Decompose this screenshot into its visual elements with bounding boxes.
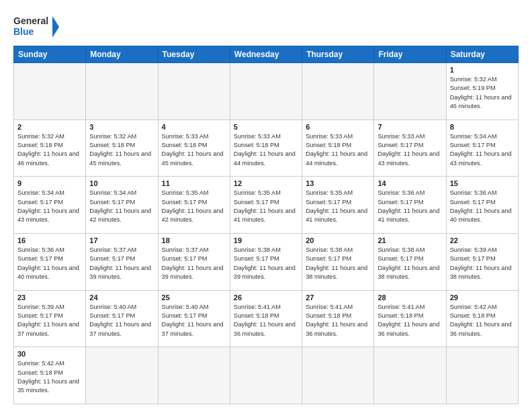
day-info: Sunrise: 5:32 AMSunset: 5:18 PMDaylight:…	[17, 132, 82, 168]
calendar-cell: 6Sunrise: 5:33 AMSunset: 5:18 PMDaylight…	[302, 120, 374, 177]
calendar-cell: 16Sunrise: 5:36 AMSunset: 5:17 PMDayligh…	[14, 233, 86, 290]
day-info: Sunrise: 5:32 AMSunset: 5:19 PMDaylight:…	[450, 75, 515, 111]
day-number: 19	[234, 236, 298, 244]
calendar-cell	[230, 63, 302, 120]
weekday-header-saturday: Saturday	[446, 46, 518, 63]
day-info: Sunrise: 5:38 AMSunset: 5:17 PMDaylight:…	[234, 246, 298, 281]
calendar-cell: 22Sunrise: 5:39 AMSunset: 5:17 PMDayligh…	[446, 233, 518, 290]
day-number: 28	[378, 293, 442, 302]
day-info: Sunrise: 5:33 AMSunset: 5:18 PMDaylight:…	[162, 132, 226, 168]
calendar-cell: 13Sunrise: 5:35 AMSunset: 5:17 PMDayligh…	[302, 177, 374, 234]
calendar-week-row: 16Sunrise: 5:36 AMSunset: 5:17 PMDayligh…	[14, 233, 519, 290]
day-info: Sunrise: 5:32 AMSunset: 5:18 PMDaylight:…	[89, 132, 154, 168]
calendar-cell: 24Sunrise: 5:40 AMSunset: 5:17 PMDayligh…	[86, 290, 158, 347]
day-info: Sunrise: 5:34 AMSunset: 5:17 PMDaylight:…	[450, 132, 515, 168]
header: General Blue	[13, 11, 519, 40]
weekday-header-row: SundayMondayTuesdayWednesdayThursdayFrid…	[14, 46, 519, 63]
day-info: Sunrise: 5:37 AMSunset: 5:17 PMDaylight:…	[89, 246, 154, 281]
calendar-cell: 21Sunrise: 5:38 AMSunset: 5:17 PMDayligh…	[374, 233, 446, 290]
calendar-cell	[302, 63, 374, 120]
day-info: Sunrise: 5:36 AMSunset: 5:17 PMDaylight:…	[17, 246, 82, 281]
calendar-cell: 14Sunrise: 5:36 AMSunset: 5:17 PMDayligh…	[374, 177, 446, 234]
generalblue-logo: General Blue	[13, 13, 60, 40]
calendar-cell	[446, 347, 518, 404]
day-info: Sunrise: 5:39 AMSunset: 5:17 PMDaylight:…	[450, 246, 515, 281]
day-info: Sunrise: 5:36 AMSunset: 5:17 PMDaylight:…	[378, 189, 442, 224]
day-info: Sunrise: 5:40 AMSunset: 5:17 PMDaylight:…	[89, 303, 154, 338]
day-info: Sunrise: 5:33 AMSunset: 5:17 PMDaylight:…	[378, 132, 442, 168]
calendar-week-row: 30Sunrise: 5:42 AMSunset: 5:18 PMDayligh…	[14, 347, 519, 404]
day-number: 15	[450, 179, 515, 187]
calendar-cell	[86, 63, 158, 120]
day-info: Sunrise: 5:33 AMSunset: 5:18 PMDaylight:…	[306, 132, 370, 168]
calendar-cell: 26Sunrise: 5:41 AMSunset: 5:18 PMDayligh…	[230, 290, 302, 347]
calendar-cell: 23Sunrise: 5:39 AMSunset: 5:17 PMDayligh…	[14, 290, 86, 347]
calendar-cell: 3Sunrise: 5:32 AMSunset: 5:18 PMDaylight…	[86, 120, 158, 177]
calendar-cell: 7Sunrise: 5:33 AMSunset: 5:17 PMDaylight…	[374, 120, 446, 177]
calendar-cell: 17Sunrise: 5:37 AMSunset: 5:17 PMDayligh…	[86, 233, 158, 290]
day-number: 7	[378, 123, 442, 131]
calendar-cell: 15Sunrise: 5:36 AMSunset: 5:17 PMDayligh…	[446, 177, 518, 234]
weekday-header-tuesday: Tuesday	[158, 46, 230, 63]
calendar-week-row: 9Sunrise: 5:34 AMSunset: 5:17 PMDaylight…	[14, 177, 519, 234]
day-number: 29	[450, 293, 515, 302]
day-info: Sunrise: 5:35 AMSunset: 5:17 PMDaylight:…	[162, 189, 226, 224]
day-info: Sunrise: 5:42 AMSunset: 5:18 PMDaylight:…	[17, 359, 82, 395]
calendar-cell	[374, 347, 446, 404]
svg-marker-2	[52, 16, 59, 38]
day-info: Sunrise: 5:41 AMSunset: 5:18 PMDaylight:…	[306, 303, 370, 338]
calendar-cell: 29Sunrise: 5:42 AMSunset: 5:18 PMDayligh…	[446, 290, 518, 347]
day-info: Sunrise: 5:38 AMSunset: 5:17 PMDaylight:…	[378, 246, 442, 281]
day-info: Sunrise: 5:39 AMSunset: 5:17 PMDaylight:…	[17, 303, 82, 338]
calendar-cell: 4Sunrise: 5:33 AMSunset: 5:18 PMDaylight…	[158, 120, 230, 177]
calendar-cell: 1Sunrise: 5:32 AMSunset: 5:19 PMDaylight…	[446, 63, 518, 120]
day-info: Sunrise: 5:42 AMSunset: 5:18 PMDaylight:…	[450, 303, 515, 338]
day-number: 25	[162, 293, 226, 302]
calendar-cell	[158, 347, 230, 404]
day-number: 4	[162, 123, 226, 131]
day-number: 9	[17, 179, 82, 187]
calendar-cell	[86, 347, 158, 404]
day-info: Sunrise: 5:41 AMSunset: 5:18 PMDaylight:…	[234, 303, 298, 338]
day-info: Sunrise: 5:40 AMSunset: 5:17 PMDaylight:…	[162, 303, 226, 338]
calendar-cell: 5Sunrise: 5:33 AMSunset: 5:18 PMDaylight…	[230, 120, 302, 177]
calendar-cell	[158, 63, 230, 120]
calendar-cell: 12Sunrise: 5:35 AMSunset: 5:17 PMDayligh…	[230, 177, 302, 234]
day-info: Sunrise: 5:35 AMSunset: 5:17 PMDaylight:…	[234, 189, 298, 224]
day-number: 12	[234, 179, 298, 187]
calendar-cell: 18Sunrise: 5:37 AMSunset: 5:17 PMDayligh…	[158, 233, 230, 290]
calendar-cell: 8Sunrise: 5:34 AMSunset: 5:17 PMDaylight…	[446, 120, 518, 177]
svg-text:Blue: Blue	[13, 26, 34, 37]
day-number: 24	[89, 293, 154, 302]
calendar-week-row: 23Sunrise: 5:39 AMSunset: 5:17 PMDayligh…	[14, 290, 519, 347]
day-info: Sunrise: 5:37 AMSunset: 5:17 PMDaylight:…	[162, 246, 226, 281]
day-number: 5	[234, 123, 298, 131]
calendar-cell: 9Sunrise: 5:34 AMSunset: 5:17 PMDaylight…	[14, 177, 86, 234]
day-number: 2	[17, 123, 82, 131]
weekday-header-sunday: Sunday	[14, 46, 86, 63]
calendar-cell: 25Sunrise: 5:40 AMSunset: 5:17 PMDayligh…	[158, 290, 230, 347]
day-number: 1	[450, 66, 515, 74]
day-number: 10	[89, 179, 154, 187]
weekday-header-monday: Monday	[86, 46, 158, 63]
day-number: 26	[234, 293, 298, 302]
calendar-cell: 20Sunrise: 5:38 AMSunset: 5:17 PMDayligh…	[302, 233, 374, 290]
day-info: Sunrise: 5:35 AMSunset: 5:17 PMDaylight:…	[306, 189, 370, 224]
day-info: Sunrise: 5:36 AMSunset: 5:17 PMDaylight:…	[450, 189, 515, 224]
logo: General Blue	[13, 13, 60, 40]
calendar-cell	[302, 347, 374, 404]
day-number: 21	[378, 236, 442, 244]
day-info: Sunrise: 5:34 AMSunset: 5:17 PMDaylight:…	[89, 189, 154, 224]
calendar-week-row: 1Sunrise: 5:32 AMSunset: 5:19 PMDaylight…	[14, 63, 519, 120]
svg-text:General: General	[13, 15, 48, 26]
calendar-cell	[14, 63, 86, 120]
calendar-cell: 2Sunrise: 5:32 AMSunset: 5:18 PMDaylight…	[14, 120, 86, 177]
calendar-cell: 11Sunrise: 5:35 AMSunset: 5:17 PMDayligh…	[158, 177, 230, 234]
weekday-header-friday: Friday	[374, 46, 446, 63]
calendar-cell: 10Sunrise: 5:34 AMSunset: 5:17 PMDayligh…	[86, 177, 158, 234]
calendar-cell: 30Sunrise: 5:42 AMSunset: 5:18 PMDayligh…	[14, 347, 86, 404]
day-number: 6	[306, 123, 370, 131]
weekday-header-wednesday: Wednesday	[230, 46, 302, 63]
calendar-cell	[374, 63, 446, 120]
weekday-header-thursday: Thursday	[302, 46, 374, 63]
